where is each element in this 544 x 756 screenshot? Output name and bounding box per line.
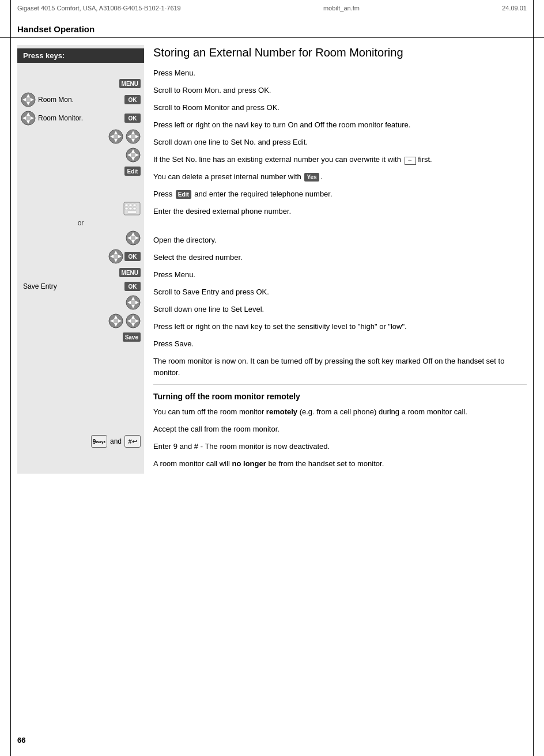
navi-icon-down-1 <box>126 148 141 162</box>
menu-key-1[interactable]: MENU <box>119 79 141 88</box>
text-press-menu-2: Press Menu. <box>153 269 195 281</box>
press-keys-header: Press keys: <box>17 48 144 63</box>
content-column: Storing an External Number for Room Moni… <box>144 45 527 474</box>
svg-rect-32 <box>129 204 132 206</box>
key-row-navi-down-2 <box>17 293 144 312</box>
text-save-entry: Scroll to Save Entry and press OK. <box>153 286 269 298</box>
text-press-edit: Press Edit and enter the required teleph… <box>153 188 333 200</box>
content-row-8: Press Edit and enter the required teleph… <box>153 187 527 204</box>
key-row-double-navi-2 <box>17 312 144 330</box>
key-row-navi-down-1 <box>17 146 144 164</box>
content-row-15: Press left or right on the navi key to s… <box>153 319 527 337</box>
ok-key-1[interactable]: OK <box>124 95 141 104</box>
key-row-menu-2: MENU <box>17 266 144 279</box>
navi-icon-left-1 <box>108 129 123 144</box>
navi-icon-ok <box>108 249 123 264</box>
page-border-right <box>533 0 534 756</box>
content-row-7: You can delete a preset internal number … <box>153 169 527 187</box>
ok-key-2[interactable]: OK <box>124 114 141 123</box>
header-center: mobilt_an.fm <box>323 5 360 12</box>
key-row-navi-ok: OK <box>17 247 144 266</box>
svg-point-1 <box>25 97 31 103</box>
keyboard-icon <box>123 202 141 216</box>
key-row-room-monitor: Room Monitor. OK <box>17 109 144 127</box>
yes-key-inline: Yes <box>304 173 319 182</box>
text-press-save: Press Save. <box>153 338 194 350</box>
text-navi-sensitivity: Press left or right on the navi key to s… <box>153 321 407 332</box>
menu-key-2[interactable]: MENU <box>119 268 141 277</box>
content-row-5: Scroll down one line to Set No. and pres… <box>153 135 527 152</box>
press-keys-column: Press keys: MENU Room Mon. OK <box>17 45 144 474</box>
svg-rect-37 <box>127 211 137 213</box>
text-open-dir: Open the directory. <box>153 235 217 246</box>
svg-point-57 <box>113 318 119 324</box>
key-row-save-entry: Save Entry OK <box>17 279 144 293</box>
svg-point-39 <box>130 235 136 241</box>
section-heading: Handset Operation <box>0 16 544 38</box>
text-room-monitor: Scroll to Room Monitor and press OK. <box>153 102 279 114</box>
text-scroll-setno: Scroll down one line to Set No. and pres… <box>153 137 308 148</box>
content-row-16: Press Save. <box>153 337 527 354</box>
key-row-room-mon: Room Mon. OK <box>17 90 144 109</box>
bold-remotely: remotely <box>266 407 297 416</box>
room-monitor-label: Room Monitor. <box>36 114 124 122</box>
main-layout: Press keys: MENU Room Mon. OK <box>17 45 527 474</box>
page-border-left <box>10 0 11 756</box>
content-row-21: A room monitor call will no longer be fr… <box>153 456 527 474</box>
svg-point-51 <box>130 300 136 305</box>
key-row-save-btn: Save <box>17 330 144 344</box>
and-text: and <box>110 437 122 445</box>
svg-point-7 <box>25 115 31 121</box>
page-number: 66 <box>17 736 25 744</box>
content-row-19: Accept the call from the room monitor. <box>153 422 527 439</box>
hash-key[interactable]: #↩ <box>124 435 141 448</box>
key-row-menu-1: MENU <box>17 77 144 90</box>
text-enter-number: Enter the desired external phone number. <box>153 206 291 217</box>
svg-rect-34 <box>125 207 128 210</box>
content-row-12: Press Menu. <box>153 267 527 285</box>
svg-point-13 <box>113 134 119 139</box>
content-row-20: Enter 9 and # - The room monitor is now … <box>153 439 527 456</box>
content-row-11: Select the desired number. <box>153 250 527 267</box>
key-row-navi-dir <box>17 229 144 247</box>
text-edit-overwrite: If the Set No. line has an existing exte… <box>153 154 432 165</box>
nine-key[interactable]: 9wxyz <box>91 435 107 448</box>
svg-point-19 <box>130 134 136 139</box>
ok-key-3[interactable]: OK <box>124 252 141 261</box>
content-row-17: The room monitor is now on. It can be tu… <box>153 354 527 380</box>
navi-icon-dir <box>126 230 141 245</box>
navi-icon-right-2 <box>126 313 141 328</box>
key-row-edit: Edit <box>17 164 144 178</box>
svg-rect-33 <box>133 204 136 206</box>
content-row-3: Scroll to Room Monitor and press OK. <box>153 100 527 118</box>
navi-icon-left-2 <box>108 313 123 328</box>
save-key[interactable]: Save <box>123 332 141 342</box>
content-row-14: Scroll down one line to Set Level. <box>153 302 527 319</box>
content-row-13: Scroll to Save Entry and press OK. <box>153 285 527 302</box>
bold-no-longer: no longer <box>232 459 266 468</box>
text-turn-off-1: You can turn off the room monitor remote… <box>153 406 467 418</box>
header-left: Gigaset 4015 Comfort, USA, A31008-G4015-… <box>17 5 181 12</box>
key-row-nine-hash: 9wxyz and #↩ <box>17 430 144 449</box>
navi-icon-1 <box>21 92 36 107</box>
content-row-10: Open the directory. <box>153 233 527 250</box>
page-title: Storing an External Number for Room Moni… <box>153 45 527 60</box>
navi-icon-down-2 <box>126 295 141 310</box>
ok-key-save-entry[interactable]: OK <box>124 282 141 291</box>
header-right: 24.09.01 <box>502 5 527 12</box>
text-scroll-setlevel: Scroll down one line to Set Level. <box>153 304 264 315</box>
page-header: Gigaset 4015 Comfort, USA, A31008-G4015-… <box>0 0 544 16</box>
svg-rect-36 <box>133 207 136 210</box>
edit-key[interactable]: Edit <box>124 167 141 176</box>
content-row-6: If the Set No. line has an existing exte… <box>153 152 527 169</box>
text-select-number: Select the desired number. <box>153 252 243 263</box>
edit-key-inline: Edit <box>176 190 191 199</box>
content-row-1: Press Menu. <box>153 66 527 83</box>
navi-icon-2 <box>21 111 36 126</box>
navi-icon-right-1 <box>126 129 141 144</box>
text-delete-preset: You can delete a preset internal number … <box>153 171 322 183</box>
svg-point-25 <box>130 152 136 158</box>
text-navi-lr: Press left or right on the navi key to t… <box>153 119 410 131</box>
turning-off-title: Turning off the room monitor remotely <box>153 392 527 401</box>
text-monitor-on: The room monitor is now on. It can be tu… <box>153 356 527 378</box>
